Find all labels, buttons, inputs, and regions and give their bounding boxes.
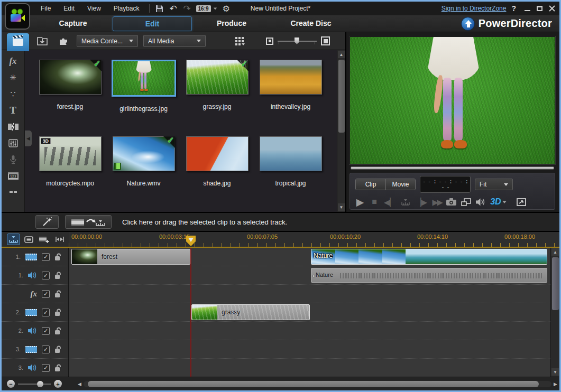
track-header-audio1[interactable]: 1. ✓ [2, 266, 68, 285]
slider-thumb[interactable] [37, 381, 43, 387]
collapse-panel-handle[interactable]: ◀ [25, 130, 32, 146]
media-item-inthevalley[interactable]: inthevalley.jpg [254, 54, 327, 131]
save-button[interactable] [153, 3, 167, 14]
media-item-forest[interactable]: ✓ forest.jpg [33, 54, 107, 131]
timeline-view-button[interactable] [7, 234, 20, 245]
track-enable-checkbox[interactable]: ✓ [42, 364, 50, 372]
menu-playback[interactable]: Playback [107, 3, 146, 14]
voiceover-room-button[interactable] [4, 152, 22, 167]
chapter-room-button[interactable]: 123 [4, 168, 22, 184]
help-button[interactable]: ? [511, 4, 516, 13]
audio-mixing-room-button[interactable] [4, 135, 22, 151]
keyframe-dot[interactable] [312, 275, 315, 277]
track-enable-checkbox[interactable]: ✓ [42, 309, 50, 316]
preview-seek-slider[interactable] [351, 166, 554, 170]
sort-view-button[interactable] [232, 35, 248, 48]
clip-forest[interactable]: forest [71, 249, 190, 265]
next-frame-button[interactable]: ▕▶ [415, 196, 427, 208]
close-button[interactable] [549, 5, 555, 12]
track-header-fx[interactable]: fx ✓ [2, 285, 68, 303]
track-header-video1[interactable]: 1. ✓ [2, 248, 68, 266]
3d-mode-button[interactable]: 3D [490, 196, 506, 208]
timeline-ruler[interactable]: 00:00:00:00 00:00:03:15 00:00:07:05 00:0… [69, 232, 559, 247]
clip-nature-video[interactable]: Nature [311, 249, 547, 265]
track-enable-checkbox[interactable]: ✓ [42, 253, 50, 261]
subtitle-room-button[interactable] [4, 184, 22, 200]
unlock-icon[interactable] [54, 327, 61, 335]
timecode-display[interactable]: - - : - - : - - : - - [420, 176, 471, 193]
tab-produce[interactable]: Produce [192, 16, 271, 31]
effect-room-button[interactable]: fx [4, 53, 22, 69]
media-item-tropical[interactable]: tropical.jpg [254, 131, 327, 208]
signin-link[interactable]: Sign in to DirectorZone [442, 5, 507, 12]
settings-button[interactable]: ⚙ [219, 3, 233, 14]
play-button[interactable]: ▶ [355, 196, 365, 208]
track-manager-button[interactable] [38, 234, 51, 245]
menu-edit[interactable]: Edit [57, 3, 81, 14]
clip-grassy[interactable]: grassy [191, 304, 310, 320]
menu-file[interactable]: File [34, 3, 57, 14]
scroll-left-icon[interactable]: ◀ [78, 381, 81, 387]
storyboard-view-button[interactable] [22, 234, 35, 245]
unlock-icon[interactable] [54, 290, 61, 298]
media-room-tab[interactable] [7, 33, 29, 51]
pip-objects-room-button[interactable]: ✳ [4, 70, 22, 86]
maximize-button[interactable] [537, 6, 542, 11]
minimize-button[interactable] [525, 10, 530, 11]
scrollbar-thumb[interactable] [338, 60, 345, 133]
upgrade-arrow-icon[interactable] [461, 17, 475, 31]
download-templates-button[interactable] [56, 35, 71, 48]
preview-quality-button[interactable] [461, 196, 471, 208]
particle-room-button[interactable]: ∵ [4, 86, 22, 102]
unlock-icon[interactable] [54, 309, 61, 316]
scroll-right-icon[interactable]: ▶ [554, 381, 557, 387]
redo-button[interactable]: ↷ [180, 3, 194, 14]
fast-forward-button[interactable]: ▶▶ [432, 196, 442, 208]
scroll-down-icon[interactable]: ▼ [338, 203, 345, 211]
slider-thumb[interactable] [295, 38, 299, 44]
menu-view[interactable]: View [81, 3, 107, 14]
media-item-motorcycles[interactable]: 3D motorcycles.mpo [33, 131, 107, 208]
goto-marker-button[interactable] [401, 196, 410, 208]
tab-capture[interactable]: Capture [33, 16, 113, 31]
timeline-hint-text[interactable]: Click here or drag the selected clip to … [122, 218, 287, 226]
aspect-ratio-button[interactable]: 16:9 [194, 3, 219, 14]
zoom-out-thumbnails-icon[interactable] [266, 38, 273, 45]
playhead-marker[interactable] [186, 236, 196, 246]
track-header-video3[interactable]: 3. ✓ [2, 340, 68, 359]
clip-mode-button[interactable]: Clip [356, 179, 385, 190]
playhead-line[interactable] [190, 248, 191, 377]
track-header-video2[interactable]: 2. ✓ [2, 303, 68, 322]
title-room-button[interactable]: T [4, 102, 22, 118]
library-scrollbar[interactable]: ▲ ▼ [337, 50, 345, 212]
zoom-in-button[interactable]: + [54, 380, 62, 388]
thumbnail-size-slider[interactable] [278, 38, 317, 45]
scrollbar-thumb[interactable] [552, 257, 559, 310]
track-enable-checkbox[interactable]: ✓ [42, 327, 50, 335]
unlock-icon[interactable] [54, 364, 61, 372]
track-header-audio2[interactable]: 2. ✓ [2, 322, 68, 340]
insert-to-timeline-button[interactable] [65, 215, 112, 229]
media-item-girlinthegrass[interactable]: girlinthegrass.jpg [107, 54, 180, 131]
timeline-horizontal-scrollbar[interactable]: ◀ ▶ [76, 381, 559, 387]
import-media-button[interactable] [34, 35, 50, 48]
tab-create-disc[interactable]: Create Disc [271, 16, 351, 31]
scroll-up-icon[interactable]: ▲ [338, 51, 345, 58]
undo-button[interactable]: ↶ [167, 3, 180, 14]
media-item-grassy[interactable]: ✓ grassy.jpg [180, 54, 254, 131]
movie-mode-button[interactable]: Movie [385, 179, 415, 190]
timeline-zoom-slider[interactable] [18, 384, 51, 385]
range-select-button[interactable] [53, 234, 66, 245]
timeline-vertical-scrollbar[interactable]: ▲ ▼ [550, 248, 559, 377]
unlock-icon[interactable] [54, 253, 61, 261]
undock-preview-button[interactable] [517, 196, 526, 208]
stop-button[interactable]: ■ [370, 196, 379, 208]
media-item-shade[interactable]: shade.jpg [180, 131, 254, 208]
tab-edit[interactable]: Edit [113, 16, 192, 31]
unlock-icon[interactable] [54, 346, 61, 353]
unlock-icon[interactable] [54, 272, 61, 279]
volume-button[interactable] [476, 196, 485, 208]
track-enable-checkbox[interactable]: ✓ [42, 272, 50, 279]
transition-room-button[interactable] [4, 119, 22, 135]
scroll-down-icon[interactable]: ▼ [551, 368, 559, 376]
